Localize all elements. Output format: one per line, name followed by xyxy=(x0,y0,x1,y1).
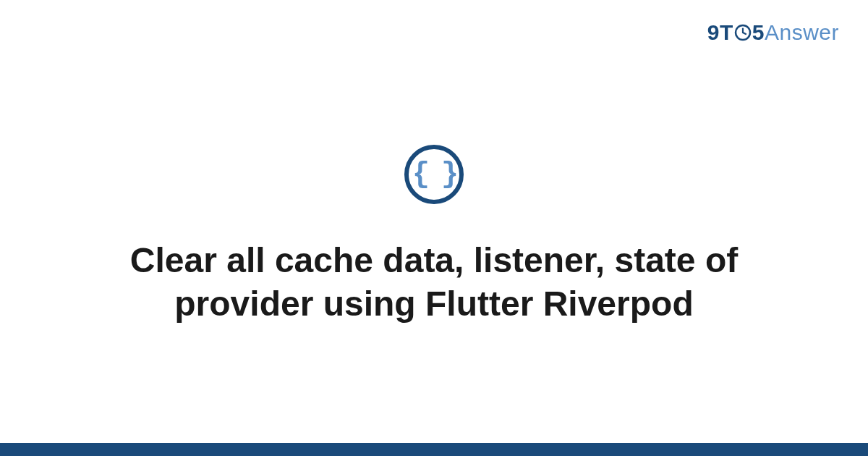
code-braces-glyph: { } xyxy=(412,159,456,191)
category-icon-wrapper: { } xyxy=(404,145,464,204)
main-content: { } Clear all cache data, listener, stat… xyxy=(0,0,868,456)
page-title: Clear all cache data, listener, state of… xyxy=(72,239,796,326)
code-braces-icon: { } xyxy=(404,145,464,204)
footer-accent-bar xyxy=(0,443,868,456)
